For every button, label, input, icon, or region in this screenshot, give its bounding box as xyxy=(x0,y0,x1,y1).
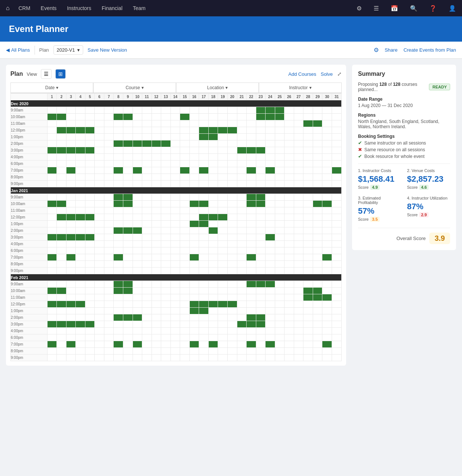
calendar-cell[interactable] xyxy=(104,167,114,174)
calendar-cell[interactable] xyxy=(208,281,218,288)
calendar-cell[interactable] xyxy=(313,114,322,120)
calendar-cell[interactable] xyxy=(47,127,57,134)
calendar-cell[interactable] xyxy=(180,314,190,321)
calendar-cell[interactable] xyxy=(161,174,171,181)
calendar-cell[interactable] xyxy=(161,308,171,314)
calendar-cell[interactable] xyxy=(104,214,114,221)
calendar-cell[interactable] xyxy=(208,181,218,187)
calendar-cell[interactable] xyxy=(247,221,256,227)
calendar-cell[interactable] xyxy=(104,140,114,147)
calendar-cell[interactable] xyxy=(275,207,284,214)
calendar-cell[interactable] xyxy=(180,134,190,140)
calendar-cell[interactable] xyxy=(180,341,190,348)
calendar-cell[interactable] xyxy=(66,247,76,254)
calendar-cell[interactable] xyxy=(322,341,332,348)
calendar-cell[interactable] xyxy=(180,334,190,341)
calendar-cell[interactable] xyxy=(142,281,152,288)
calendar-cell[interactable] xyxy=(189,301,199,308)
calendar-cell[interactable] xyxy=(170,174,180,181)
calendar-cell[interactable] xyxy=(313,301,322,308)
calendar-cell[interactable] xyxy=(284,207,294,214)
calendar-cell[interactable] xyxy=(247,107,256,114)
calendar-cell[interactable] xyxy=(284,261,294,268)
calendar-cell[interactable] xyxy=(332,181,342,187)
calendar-cell[interactable] xyxy=(247,134,256,140)
calendar-cell[interactable] xyxy=(313,234,322,241)
calendar-cell[interactable] xyxy=(218,328,228,334)
calendar-cell[interactable] xyxy=(189,134,199,140)
calendar-cell[interactable] xyxy=(247,234,256,241)
calendar-cell[interactable] xyxy=(247,288,256,294)
calendar-cell[interactable] xyxy=(199,308,209,314)
calendar-cell[interactable] xyxy=(275,127,284,134)
calendar-cell[interactable] xyxy=(294,314,303,321)
calendar-cell[interactable] xyxy=(152,161,161,167)
calendar-cell[interactable] xyxy=(180,147,190,154)
calendar-cell[interactable] xyxy=(114,247,123,254)
calendar-cell[interactable] xyxy=(152,140,161,147)
calendar-cell[interactable] xyxy=(332,234,342,241)
calendar-cell[interactable] xyxy=(237,207,247,214)
calendar-cell[interactable] xyxy=(294,301,303,308)
calendar-cell[interactable] xyxy=(104,207,114,214)
calendar-cell[interactable] xyxy=(152,114,161,120)
calendar-cell[interactable] xyxy=(123,308,133,314)
calendar-cell[interactable] xyxy=(237,221,247,227)
calendar-cell[interactable] xyxy=(180,207,190,214)
calendar-cell[interactable] xyxy=(47,227,57,234)
calendar-cell[interactable] xyxy=(76,201,85,207)
calendar-cell[interactable] xyxy=(322,294,332,301)
calendar-cell[interactable] xyxy=(104,348,114,354)
calendar-cell[interactable] xyxy=(266,221,275,227)
calendar-cell[interactable] xyxy=(322,301,332,308)
calendar-cell[interactable] xyxy=(123,321,133,328)
calendar-cell[interactable] xyxy=(266,281,275,288)
calendar-cell[interactable] xyxy=(161,107,171,114)
calendar-cell[interactable] xyxy=(66,261,76,268)
calendar-cell[interactable] xyxy=(95,214,104,221)
calendar-cell[interactable] xyxy=(218,334,228,341)
calendar-cell[interactable] xyxy=(189,314,199,321)
calendar-cell[interactable] xyxy=(313,140,322,147)
calendar-cell[interactable] xyxy=(47,194,57,201)
calendar-cell[interactable] xyxy=(180,201,190,207)
calendar-cell[interactable] xyxy=(256,174,266,181)
calendar-cell[interactable] xyxy=(85,161,95,167)
calendar-cell[interactable] xyxy=(303,167,313,174)
calendar-cell[interactable] xyxy=(247,294,256,301)
calendar-cell[interactable] xyxy=(104,241,114,247)
calendar-cell[interactable] xyxy=(313,348,322,354)
calendar-cell[interactable] xyxy=(114,140,123,147)
calendar-cell[interactable] xyxy=(123,154,133,161)
calendar-cell[interactable] xyxy=(95,281,104,288)
calendar-cell[interactable] xyxy=(208,234,218,241)
calendar-cell[interactable] xyxy=(133,308,142,314)
calendar-cell[interactable] xyxy=(332,247,342,254)
calendar-cell[interactable] xyxy=(322,107,332,114)
calendar-cell[interactable] xyxy=(189,120,199,127)
calendar-cell[interactable] xyxy=(237,134,247,140)
calendar-cell[interactable] xyxy=(66,161,76,167)
calendar-cell[interactable] xyxy=(313,161,322,167)
calendar-cell[interactable] xyxy=(57,288,66,294)
calendar-cell[interactable] xyxy=(133,314,142,321)
calendar-cell[interactable] xyxy=(114,201,123,207)
calendar-cell[interactable] xyxy=(332,140,342,147)
calendar-cell[interactable] xyxy=(322,154,332,161)
calendar-cell[interactable] xyxy=(47,214,57,221)
calendar-cell[interactable] xyxy=(170,334,180,341)
calendar-cell[interactable] xyxy=(47,181,57,187)
calendar-cell[interactable] xyxy=(133,341,142,348)
calendar-cell[interactable] xyxy=(294,308,303,314)
calendar-cell[interactable] xyxy=(114,114,123,120)
calendar-cell[interactable] xyxy=(114,321,123,328)
calendar-cell[interactable] xyxy=(227,207,237,214)
calendar-cell[interactable] xyxy=(76,328,85,334)
calendar-cell[interactable] xyxy=(180,254,190,261)
calendar-cell[interactable] xyxy=(247,261,256,268)
calendar-cell[interactable] xyxy=(142,314,152,321)
calendar-cell[interactable] xyxy=(284,288,294,294)
calendar-cell[interactable] xyxy=(322,354,332,361)
calendar-cell[interactable] xyxy=(133,107,142,114)
calendar-cell[interactable] xyxy=(303,328,313,334)
